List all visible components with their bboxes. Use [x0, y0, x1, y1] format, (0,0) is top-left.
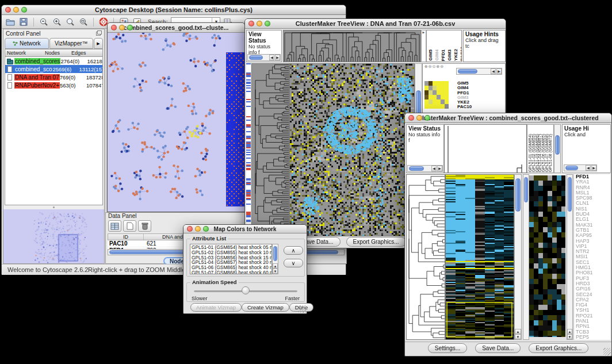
close-button[interactable]	[111, 25, 117, 30]
row-dendrogram[interactable]	[251, 63, 289, 236]
zoom-out-icon[interactable]	[38, 17, 49, 28]
scroll-right-icon[interactable]: ▶	[437, 166, 442, 171]
detail-toolbar-icons[interactable]: ⊕⊖⊙⊕⊖	[424, 64, 444, 69]
tab-network[interactable]: Network	[5, 38, 49, 49]
scroll-down-icon[interactable]: ▼	[273, 269, 278, 274]
close-button[interactable]	[5, 7, 11, 13]
dialog-titlebar[interactable]: Map Colors to Network	[183, 225, 307, 233]
treeview2-button[interactable]: Export Graphics...	[529, 343, 588, 353]
column-label[interactable]: GPL51-08 (GSM872)	[549, 134, 552, 172]
detail-gene-label[interactable]: PAC10	[457, 105, 472, 109]
labels-vscrollbar[interactable]	[554, 124, 561, 173]
column-dendrogram[interactable]	[283, 30, 421, 62]
close-button[interactable]	[248, 21, 254, 26]
scroll-left-icon[interactable]: ◀	[431, 166, 437, 171]
column-label[interactable]: GIM3	[447, 49, 452, 61]
float-panel-icon[interactable]	[96, 30, 102, 37]
tab-vizmapper[interactable]: VizMapper™	[49, 38, 94, 49]
resize-grip[interactable]	[299, 305, 306, 313]
speed-slider-thumb[interactable]	[242, 286, 250, 294]
zoom-button[interactable]	[424, 115, 430, 121]
scroll-up-icon[interactable]: ▲	[515, 329, 521, 334]
scroll-right-icon[interactable]: ▶	[275, 55, 280, 60]
usage-hints-panel: Usage Hi Click and ◀ ▶	[562, 124, 611, 173]
dialog-button[interactable]: Animate Vizmap	[190, 303, 242, 312]
main-titlebar[interactable]: Cytoscape Desktop (Session Name: collins…	[2, 5, 346, 15]
scroll-left-icon[interactable]: ◀	[586, 165, 591, 171]
scroll-left-icon[interactable]: ◀	[269, 55, 274, 60]
minimize-button[interactable]	[119, 25, 125, 30]
heatmap-vscrollbar[interactable]: ▲ ▼	[514, 174, 522, 340]
attribute-select-icon[interactable]	[108, 220, 121, 232]
view-status-hscrollbar[interactable]: ◀ ▶	[407, 165, 443, 172]
heatmap-global-view[interactable]	[289, 63, 415, 236]
network-table-row[interactable]: RNAPuberNov2+ 563(0) 107847(0)	[5, 81, 102, 89]
network-edges-count: 183728(0)	[86, 74, 103, 81]
network-table-header[interactable]: Network Nodes Edges	[5, 49, 102, 57]
network-table-row[interactable]: combined_scores 2764(0) 16218(0)	[5, 57, 102, 65]
view-status-hscrollbar[interactable]: ◀ ▶	[247, 54, 281, 61]
column-label[interactable]: GIM4	[434, 49, 439, 61]
treeview1-button[interactable]: Export Graphics...	[346, 237, 406, 247]
attribute-list-vscrollbar[interactable]: ▲ ▼	[272, 244, 278, 274]
minimize-button[interactable]	[195, 226, 201, 232]
scroll-right-icon[interactable]: ▶	[591, 165, 596, 171]
zoom-in-icon[interactable]	[51, 17, 63, 28]
treeview2-button[interactable]: Save Data...	[475, 343, 521, 353]
delete-attribute-icon[interactable]	[138, 220, 151, 232]
dialog-button[interactable]: Create Vizmap	[242, 303, 289, 312]
column-dendrogram[interactable]	[444, 124, 527, 173]
scroll-up-icon[interactable]: ▲	[567, 329, 572, 334]
status-hint-zoom: Right-click + drag to ZOOM	[88, 266, 165, 273]
control-panel-tabs: Network VizMapper™ ▶	[3, 37, 104, 49]
scroll-right-icon[interactable]: ▶	[496, 68, 502, 74]
move-down-button[interactable]: ∨	[284, 259, 303, 267]
zoom-fit-icon[interactable]	[78, 17, 89, 28]
column-label[interactable]: PFD1	[441, 49, 446, 61]
network-view-titlebar[interactable]: combined_scores_good.txt--cluste...	[108, 23, 244, 33]
zoom-button[interactable]	[127, 25, 133, 30]
scroll-left-icon[interactable]: ◀	[491, 68, 496, 74]
column-label[interactable]: YKE2	[453, 49, 458, 61]
detail-left-vscrollbar[interactable]	[523, 174, 529, 340]
close-button[interactable]	[408, 115, 414, 121]
row-dendrogram[interactable]	[406, 174, 445, 340]
new-attribute-icon[interactable]	[123, 220, 136, 232]
minimize-button[interactable]	[257, 21, 262, 26]
minimize-button[interactable]	[416, 115, 422, 121]
scroll-down-icon[interactable]: ▼	[515, 334, 521, 339]
zoom-button[interactable]	[21, 7, 27, 13]
detail-right-vscrollbar[interactable]: ▲ ▼	[567, 174, 573, 340]
network-table-row[interactable]: DNA and Tran 07 769(0) 183728(0)	[5, 73, 102, 81]
attribute-list-item[interactable]: GPL51-07 (GSM868) heat shock 60 min	[192, 270, 270, 274]
treeview1-title: ClusterMaker TreeView : DNA and Tran 07-…	[296, 20, 456, 27]
open-file-icon[interactable]	[5, 17, 16, 28]
zoom-detail-heatmap[interactable]	[529, 174, 565, 337]
zoom-button[interactable]	[203, 226, 209, 232]
detail-matrix[interactable]	[424, 81, 449, 109]
tab-overflow-arrow[interactable]: ▶	[94, 38, 103, 49]
birdseye-view[interactable]	[3, 209, 104, 263]
detail-hscrollbar[interactable]: ◀ ▶	[456, 68, 502, 75]
panel-divider[interactable]	[3, 205, 104, 209]
resize-grip[interactable]	[603, 348, 611, 355]
zoom-selected-icon[interactable]	[64, 17, 76, 28]
zoom-button[interactable]	[265, 21, 270, 26]
heatmap-global-view[interactable]	[445, 174, 514, 340]
treeview2-button[interactable]: Settings...	[428, 343, 467, 353]
column-label[interactable]: GIM5	[428, 49, 433, 61]
close-button[interactable]	[187, 226, 193, 232]
move-up-button[interactable]: ∧	[284, 246, 303, 255]
network-table-row[interactable]: combined_sco 2569(6) 13112(15)	[5, 65, 102, 73]
treeview1-titlebar[interactable]: ClusterMaker TreeView : DNA and Tran 07-…	[245, 19, 506, 29]
scroll-up-icon[interactable]: ▲	[273, 263, 278, 269]
network-table-rows: combined_scores 2764(0) 16218(0) combine…	[5, 57, 102, 89]
minimize-button[interactable]	[13, 7, 19, 13]
treeview2-titlebar[interactable]: ClusterMaker TreeView : combined_scores_…	[405, 113, 611, 123]
scroll-down-icon[interactable]: ▼	[567, 334, 572, 339]
column-label[interactable]: PAC10	[460, 47, 462, 61]
network-canvas[interactable]	[108, 33, 244, 212]
save-icon[interactable]	[18, 17, 29, 28]
split-handle[interactable]: ▶	[421, 30, 426, 62]
usage-hints-hscrollbar[interactable]: ◀ ▶	[564, 164, 597, 171]
